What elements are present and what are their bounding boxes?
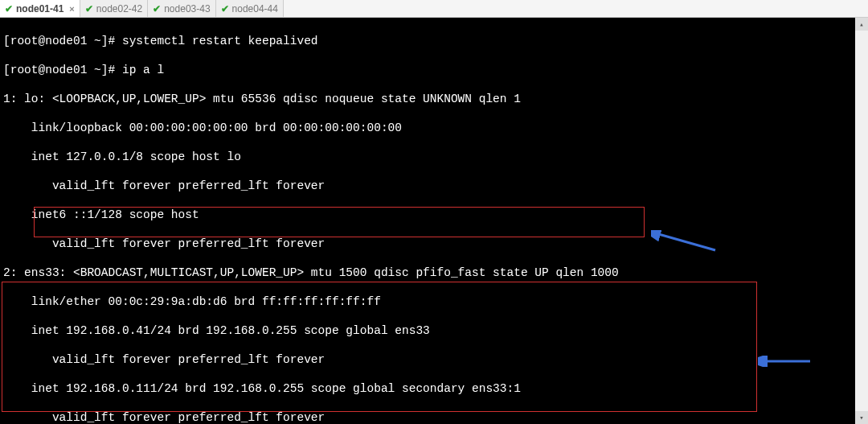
tab-label: node03-43: [164, 3, 210, 14]
terminal-line: valid_lft forever preferred_lft forever: [3, 410, 865, 424]
tab-label: node04-44: [232, 3, 278, 14]
check-icon: ✔: [221, 3, 229, 14]
check-icon: ✔: [85, 3, 93, 14]
tab-label: node01-41: [16, 3, 63, 14]
terminal-line: link/ether 00:0c:29:9a:db:d6 brd ff:ff:f…: [3, 294, 865, 309]
terminal-line: valid_lft forever preferred_lft forever: [3, 237, 865, 251]
tab-node03[interactable]: ✔ node03-43: [148, 0, 215, 17]
terminal-line: 2: ens33: <BROADCAST,MULTICAST,UP,LOWER_…: [3, 266, 865, 280]
terminal-line: inet6 ::1/128 scope host: [3, 208, 865, 222]
check-icon: ✔: [5, 3, 13, 14]
tab-node01[interactable]: ✔ node01-41 ×: [0, 0, 80, 17]
check-icon: ✔: [153, 3, 161, 14]
terminal[interactable]: [root@node01 ~]# systemctl restart keepa…: [0, 18, 868, 424]
terminal-line: valid_lft forever preferred_lft forever: [3, 352, 865, 367]
terminal-line: link/loopback 00:00:00:00:00:00 brd 00:0…: [3, 121, 865, 135]
scroll-up-icon[interactable]: ▴: [855, 18, 868, 31]
terminal-line: inet 127.0.0.1/8 scope host lo: [3, 150, 865, 164]
terminal-line: inet 192.168.0.41/24 brd 192.168.0.255 s…: [3, 323, 865, 338]
close-icon[interactable]: ×: [69, 4, 74, 14]
tab-bar: ✔ node01-41 × ✔ node02-42 ✔ node03-43 ✔ …: [0, 0, 868, 18]
tab-node02[interactable]: ✔ node02-42: [80, 0, 148, 17]
terminal-line: inet 192.168.0.111/24 brd 192.168.0.255 …: [3, 381, 865, 396]
scroll-down-icon[interactable]: ▾: [855, 411, 868, 424]
tab-label: node02-42: [96, 3, 142, 14]
terminal-line: [root@node01 ~]# systemctl restart keepa…: [3, 34, 865, 48]
terminal-line: 1: lo: <LOOPBACK,UP,LOWER_UP> mtu 65536 …: [3, 92, 865, 106]
scrollbar[interactable]: ▴ ▾: [855, 18, 868, 424]
tab-node04[interactable]: ✔ node04-44: [216, 0, 284, 17]
terminal-line: [root@node01 ~]# ip a l: [3, 63, 865, 77]
terminal-line: valid_lft forever preferred_lft forever: [3, 179, 865, 193]
